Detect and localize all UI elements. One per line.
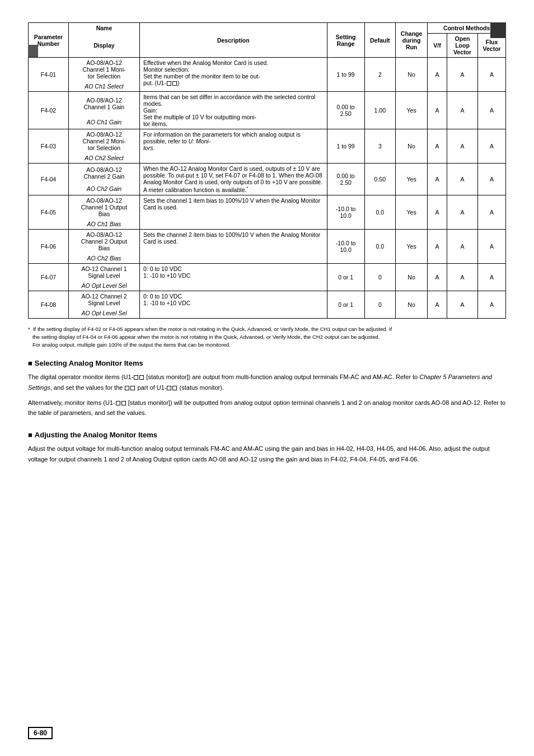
name-f4-03: AO-08/AO-12Channel 2 Moni-tor Selection bbox=[68, 129, 139, 153]
adjusting-section-title: Adjusting the Analog Monitor Items bbox=[28, 431, 506, 439]
footnote: * If the setting display of F4-02 or F4-… bbox=[28, 325, 506, 349]
param-f4-01: F4-01 bbox=[29, 58, 69, 92]
left-decoration bbox=[28, 45, 38, 57]
table-row: F4-05 AO-08/AO-12Channel 1 OutputBias Se… bbox=[29, 195, 506, 219]
selecting-para-1: The digital operator monitor items (U1- … bbox=[28, 372, 506, 393]
setting-f4-04: 0.00 to2.50 bbox=[327, 164, 364, 195]
open-f4-05: A bbox=[447, 195, 477, 229]
change-f4-02: Yes bbox=[396, 92, 428, 129]
default-f4-07: 0 bbox=[364, 263, 395, 291]
open-f4-04: A bbox=[447, 164, 477, 195]
open-loop-header: OpenLoopVector bbox=[447, 34, 477, 58]
setting-f4-02: 0.00 to2.50 bbox=[327, 92, 364, 129]
param-f4-08: F4-08 bbox=[29, 291, 69, 318]
desc-f4-04: When the AO-12 Analog Monitor Card is us… bbox=[139, 164, 327, 195]
setting-f4-05: -10.0 to10.0 bbox=[327, 195, 364, 229]
display-f4-05: AO Ch1 Bias bbox=[68, 219, 139, 230]
setting-f4-01: 1 to 99 bbox=[327, 58, 364, 92]
vf-f4-07: A bbox=[428, 263, 447, 291]
table-row: F4-02 AO-08/AO-12Channel 1 Gain Items th… bbox=[29, 92, 506, 115]
vf-f4-01: A bbox=[428, 58, 447, 92]
page-content: ParameterNumber Name Description Setting… bbox=[28, 22, 506, 464]
desc-f4-07: 0: 0 to 10 VDC1: -10 to +10 VDC bbox=[139, 263, 327, 291]
change-f4-01: No bbox=[396, 58, 428, 92]
desc-f4-03: For information on the parameters for wh… bbox=[139, 129, 327, 164]
flux-f4-01: A bbox=[478, 58, 506, 92]
name-header: Name bbox=[68, 23, 139, 34]
change-f4-07: No bbox=[396, 263, 428, 291]
param-f4-04: F4-04 bbox=[29, 164, 69, 195]
open-f4-02: A bbox=[447, 92, 477, 129]
change-f4-03: No bbox=[396, 129, 428, 164]
default-f4-06: 0.0 bbox=[364, 229, 395, 263]
default-f4-05: 0.0 bbox=[364, 195, 395, 229]
vf-f4-02: A bbox=[428, 92, 447, 129]
param-f4-07: F4-07 bbox=[29, 263, 69, 291]
display-f4-03: AO Ch2 Select bbox=[68, 153, 139, 164]
desc-f4-08: 0: 0 to 10 VDC1: -10 to +10 VDC bbox=[139, 291, 327, 318]
display-f4-01: AO Ch1 Select bbox=[68, 81, 139, 92]
default-f4-02: 1.00 bbox=[364, 92, 395, 129]
flux-f4-08: A bbox=[478, 291, 506, 318]
change-header: ChangeduringRun bbox=[396, 23, 428, 58]
table-row: F4-08 AO-12 Channel 2Signal Level 0: 0 t… bbox=[29, 291, 506, 308]
desc-f4-05: Sets the channel 1 item bias to 100%/10 … bbox=[139, 195, 327, 229]
selecting-section-title: Selecting Analog Monitor Items bbox=[28, 359, 506, 367]
table-row: F4-07 AO-12 Channel 1Signal Level 0: 0 t… bbox=[29, 263, 506, 281]
vf-f4-03: A bbox=[428, 129, 447, 164]
selecting-section-body: The digital operator monitor items (U1- … bbox=[28, 372, 506, 418]
setting-f4-03: 1 to 99 bbox=[327, 129, 364, 164]
default-f4-04: 0.50 bbox=[364, 164, 395, 195]
flux-f4-04: A bbox=[478, 164, 506, 195]
display-header: Display bbox=[68, 34, 139, 58]
selecting-section: Selecting Analog Monitor Items The digit… bbox=[28, 359, 506, 418]
setting-f4-07: 0 or 1 bbox=[327, 263, 364, 291]
description-header: Description bbox=[139, 23, 327, 58]
default-f4-03: 3 bbox=[364, 129, 395, 164]
adjusting-para-1: Adjust the output voltage for multi-func… bbox=[28, 444, 506, 464]
display-f4-07: AO Opt Level Sel bbox=[68, 281, 139, 291]
open-f4-06: A bbox=[447, 229, 477, 263]
name-f4-05: AO-08/AO-12Channel 1 OutputBias bbox=[68, 195, 139, 219]
vf-f4-06: A bbox=[428, 229, 447, 263]
setting-range-header: SettingRange bbox=[327, 23, 364, 58]
name-f4-08: AO-12 Channel 2Signal Level bbox=[68, 291, 139, 308]
flux-f4-02: A bbox=[478, 92, 506, 129]
open-f4-07: A bbox=[447, 263, 477, 291]
open-f4-03: A bbox=[447, 129, 477, 164]
open-f4-08: A bbox=[447, 291, 477, 318]
display-f4-08: AO Opt Level Sel bbox=[68, 308, 139, 319]
parameters-table: ParameterNumber Name Description Setting… bbox=[28, 22, 506, 319]
display-f4-02: AO Ch1 Gain bbox=[68, 115, 139, 129]
page-number: 6-80 bbox=[28, 727, 53, 739]
top-right-decoration bbox=[490, 22, 506, 38]
table-row: F4-06 AO-08/AO-12Channel 2 OutputBias Se… bbox=[29, 229, 506, 253]
param-f4-02: F4-02 bbox=[29, 92, 69, 129]
name-f4-02: AO-08/AO-12Channel 1 Gain bbox=[68, 92, 139, 115]
name-f4-04: AO-08/AO-12Channel 2 Gain bbox=[68, 164, 139, 183]
vf-f4-08: A bbox=[428, 291, 447, 318]
vf-header: V/f bbox=[428, 34, 447, 58]
default-header: Default bbox=[364, 23, 395, 58]
change-f4-04: Yes bbox=[396, 164, 428, 195]
adjusting-section-body: Adjust the output voltage for multi-func… bbox=[28, 444, 506, 464]
name-f4-01: AO-08/AO-12Channel 1 Moni-tor Selection bbox=[68, 58, 139, 82]
desc-f4-02: Items that can be set differ in accordan… bbox=[139, 92, 327, 129]
adjusting-section: Adjusting the Analog Monitor Items Adjus… bbox=[28, 431, 506, 464]
flux-f4-07: A bbox=[478, 263, 506, 291]
param-f4-03: F4-03 bbox=[29, 129, 69, 164]
table-row: F4-01 AO-08/AO-12Channel 1 Moni-tor Sele… bbox=[29, 58, 506, 82]
setting-f4-08: 0 or 1 bbox=[327, 291, 364, 318]
name-f4-07: AO-12 Channel 1Signal Level bbox=[68, 263, 139, 281]
open-f4-01: A bbox=[447, 58, 477, 92]
name-f4-06: AO-08/AO-12Channel 2 OutputBias bbox=[68, 229, 139, 253]
desc-f4-06: Sets the channel 2 item bias to 100%/10 … bbox=[139, 229, 327, 263]
table-row: F4-04 AO-08/AO-12Channel 2 Gain When the… bbox=[29, 164, 506, 183]
param-f4-05: F4-05 bbox=[29, 195, 69, 229]
display-f4-04: AO Ch2 Gain bbox=[68, 183, 139, 195]
vf-f4-04: A bbox=[428, 164, 447, 195]
display-f4-06: AO Ch2 Bias bbox=[68, 253, 139, 264]
change-f4-05: Yes bbox=[396, 195, 428, 229]
default-f4-01: 2 bbox=[364, 58, 395, 92]
selecting-para-2: Alternatively, monitor items (U1- [statu… bbox=[28, 398, 506, 418]
